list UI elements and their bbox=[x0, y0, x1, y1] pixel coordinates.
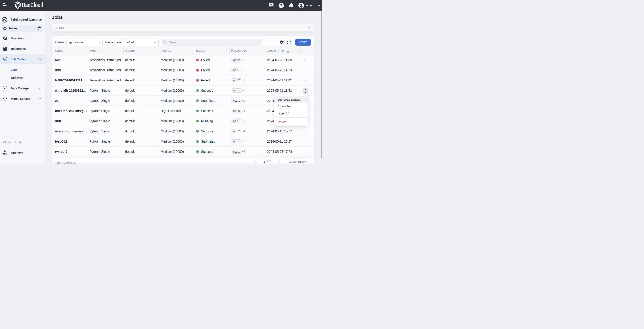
svg-text:?: ? bbox=[280, 4, 282, 8]
